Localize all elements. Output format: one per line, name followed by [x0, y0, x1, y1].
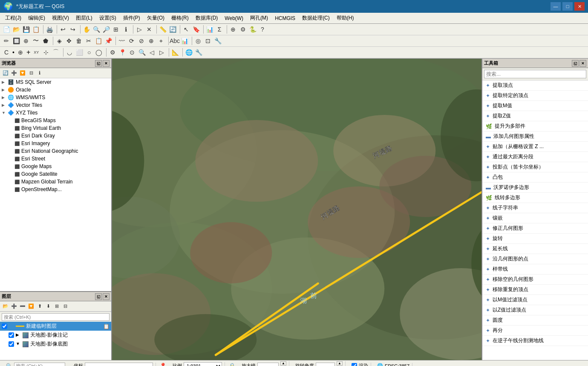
new-project-btn[interactable]: 📄 — [2, 25, 11, 34]
split-btn[interactable]: ⊘ — [137, 36, 146, 46]
snap-btn[interactable]: 🔲 — [12, 36, 21, 46]
toolbox-item[interactable]: ✦ 旋转 — [482, 234, 588, 244]
arc-btn[interactable]: ◡ — [65, 48, 74, 57]
rotation-input[interactable]: 0.0° — [316, 363, 335, 366]
browser-tree-item[interactable]: ⬛ Esri Street — [0, 155, 111, 163]
browser-tree-item[interactable]: ▶ 🗄️ MS SQL Server — [0, 78, 111, 86]
zoom-extent-btn[interactable]: ⊞ — [111, 25, 121, 34]
menu-help[interactable]: 帮助(H) — [333, 14, 357, 23]
help-btn[interactable]: ? — [258, 25, 267, 34]
node-tool-btn[interactable]: ◈ — [55, 36, 64, 46]
reshape-btn[interactable]: ⟳ — [127, 36, 136, 46]
digitize-btn[interactable]: ✏ — [2, 36, 11, 46]
layer-options-icon[interactable]: 📋 — [103, 323, 110, 329]
close-button[interactable]: ✕ — [574, 2, 585, 11]
zoom-input[interactable]: 100% — [257, 363, 279, 366]
toolbox-item[interactable]: ✦ 提取顶点 — [482, 80, 588, 91]
render-checkbox[interactable] — [352, 363, 357, 366]
identify-btn[interactable]: ℹ — [121, 25, 130, 34]
toolbox-item[interactable]: ✦ 在逆子午线分割测地线 — [482, 336, 588, 346]
draw-point-btn[interactable]: ⊹ — [41, 48, 51, 57]
toolbox-item[interactable]: ✦ 提取Z值 — [482, 111, 588, 121]
toolbox-item[interactable]: ▬ 沃罗诺伊多边形 — [482, 183, 588, 193]
menu-web[interactable]: Web(W) — [221, 14, 247, 22]
search-input[interactable] — [14, 363, 65, 366]
pan-btn[interactable]: ✋ — [82, 25, 91, 34]
browser-tree-item[interactable]: ⬛ OpenStreetMap... — [0, 186, 111, 193]
add-point-btn[interactable]: ⊕ — [21, 36, 31, 46]
layers-moveup-btn[interactable]: ⬆ — [36, 303, 43, 310]
menu-mesh[interactable]: 网孔(M) — [247, 14, 271, 23]
layers-collapse-btn[interactable]: ⊟ — [61, 303, 69, 310]
layers-removelayer-btn[interactable]: ➖ — [19, 303, 26, 310]
add-line-btn[interactable]: 〜 — [31, 36, 40, 46]
draw-curve-btn[interactable]: ⌒ — [51, 48, 61, 57]
browser-addlayer-btn[interactable]: ➕ — [10, 69, 18, 77]
layers-filter-btn[interactable]: 🔽 — [27, 303, 35, 310]
circle-btn[interactable]: ○ — [84, 48, 94, 57]
layers-float-btn[interactable]: ◱ — [95, 293, 102, 300]
crs-btn[interactable]: C — [2, 48, 11, 57]
menu-vector[interactable]: 矢量(O) — [144, 14, 168, 23]
browser-tree-item[interactable]: ⬛ BecaGIS Maps — [0, 117, 111, 124]
toolbox-close-btn[interactable]: ✕ — [579, 60, 586, 67]
ring-btn[interactable]: ⊙ — [127, 48, 137, 57]
menu-raster[interactable]: 栅格(R) — [168, 14, 192, 23]
toolbox-item[interactable]: ✦ 移除重复的顶点 — [482, 285, 588, 295]
coord1-btn[interactable]: XY — [32, 48, 41, 57]
layers-expand-btn[interactable]: ⊞ — [53, 303, 61, 310]
menu-plugins[interactable]: 插件(P) — [120, 14, 144, 23]
browser-filter-btn[interactable]: 🔽 — [19, 69, 26, 77]
toolbox-item[interactable]: ✦ 修正几何图形 — [482, 223, 588, 234]
browser-tree-item[interactable]: ⬛ Esri Dark Gray — [0, 132, 111, 140]
toolbox-item[interactable]: ✦ 沿几何图形的点 — [482, 254, 588, 264]
toolbox-item[interactable]: ✦ 投影点（笛卡尔坐标） — [482, 162, 588, 172]
copy-btn[interactable]: 📋 — [94, 36, 103, 46]
layers-addlayer-btn[interactable]: ➕ — [10, 303, 18, 310]
python-btn[interactable]: 🐍 — [248, 25, 257, 34]
crs-label[interactable]: EPSG:3857 — [385, 363, 409, 366]
browser-tree-item[interactable]: ⬛ Esri National Geographic — [0, 147, 111, 155]
freehand-btn[interactable]: 〰 — [117, 36, 127, 46]
settings2-btn[interactable]: ⚙ — [238, 25, 248, 34]
toolbox-item[interactable]: ✦ 提取特定的顶点 — [482, 91, 588, 101]
zoom-prev-btn[interactable]: ◁ — [147, 48, 156, 57]
toolbox-item[interactable]: ✦ 镶嵌 — [482, 213, 588, 223]
toolbox-item[interactable]: ✦ 凸包 — [482, 172, 588, 183]
paste-btn[interactable]: 📌 — [104, 36, 113, 46]
select-btn[interactable]: ▷ — [135, 25, 144, 34]
zoom-up-btn[interactable]: ▲ — [280, 361, 286, 366]
ellipse-btn[interactable]: ◯ — [94, 48, 104, 57]
toolbox-item[interactable]: ✦ 再分 — [482, 326, 588, 336]
menu-database[interactable]: 数据库(D) — [192, 14, 222, 23]
toolbox-item[interactable]: ✦ 线子字符串 — [482, 203, 588, 213]
menu-project[interactable]: 工程(J) — [2, 14, 25, 23]
menu-hcmgis[interactable]: HCMGIS — [271, 14, 299, 22]
toolbox-item[interactable]: 🌿 提升为多部件 — [482, 121, 588, 132]
browser-tree-item[interactable]: ⬛ Esri Imagery — [0, 140, 111, 147]
toolbox-item[interactable]: ✦ 移除空的几何图形 — [482, 274, 588, 285]
tip-btn[interactable]: 🔖 — [191, 25, 201, 34]
toolbox-item[interactable]: ✦ 通过最大距离分段 — [482, 152, 588, 162]
advanced1-btn[interactable]: ◎ — [193, 36, 203, 46]
zoom-pin-btn[interactable]: 🔍 — [137, 48, 147, 57]
toolbox-item[interactable]: ✦ 以M值过滤顶点 — [482, 295, 588, 305]
toolbox-item[interactable]: ✦ 样带线 — [482, 264, 588, 274]
lock-icon[interactable]: 🔒 — [228, 363, 236, 366]
menu-layer[interactable]: 图层(L) — [72, 14, 96, 23]
label-btn[interactable]: Abc — [170, 36, 179, 46]
menu-settings[interactable]: 设置(S) — [96, 14, 120, 23]
offset-btn[interactable]: ⌖ — [156, 36, 166, 46]
toolbox-item[interactable]: ✦ 圆度 — [482, 315, 588, 326]
move-btn[interactable]: ✥ — [64, 36, 74, 46]
map-canvas[interactable]: 河堤路 河堤路 河 湖 前 — [112, 59, 481, 360]
zoom-next-btn[interactable]: ▷ — [157, 48, 166, 57]
pin-btn[interactable]: 📍 — [118, 48, 127, 57]
menu-view[interactable]: 视图(V) — [49, 14, 72, 23]
cut-btn[interactable]: ✂ — [84, 36, 93, 46]
layer-checkbox[interactable] — [2, 323, 7, 329]
browser-tree-item[interactable]: ▼ 🔷 XYZ Tiles — [0, 109, 111, 117]
layers-close-btn[interactable]: ✕ — [103, 293, 110, 300]
layers-open-btn[interactable]: 📂 — [2, 303, 9, 310]
advanced3-btn[interactable]: 🔧 — [213, 36, 222, 46]
